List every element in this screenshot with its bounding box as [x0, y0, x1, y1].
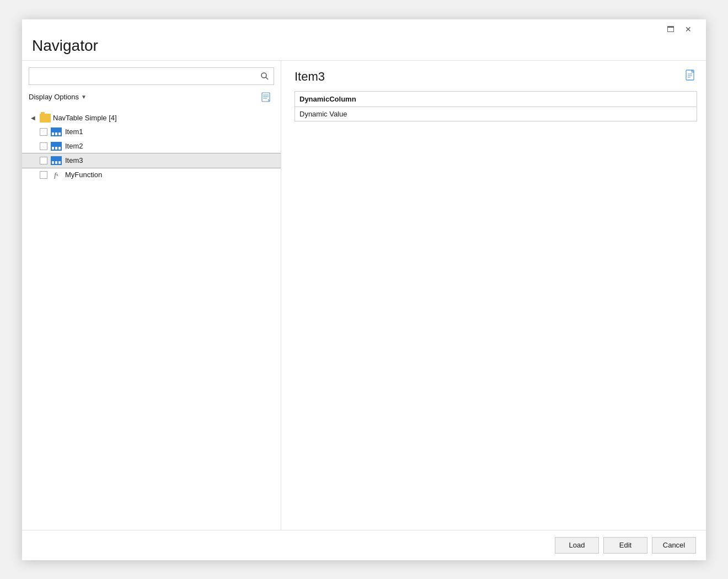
chevron-down-icon: ▼: [81, 94, 87, 100]
preview-icon-button[interactable]: [685, 70, 697, 84]
item3-checkbox[interactable]: [40, 157, 47, 164]
item2-checkbox[interactable]: [40, 142, 47, 150]
load-button[interactable]: Load: [555, 537, 599, 554]
list-item[interactable]: fx MyFunction: [22, 168, 281, 182]
function-icon: fx: [51, 171, 62, 179]
preview-header: Item3: [295, 70, 697, 84]
myfunction-checkbox[interactable]: [40, 171, 47, 179]
table-icon-cell: [58, 142, 61, 146]
preview-table: DynamicColumn Dynamic Value: [295, 91, 697, 121]
close-button[interactable]: ✕: [681, 22, 696, 37]
tree-area: ◀ NavTable Simple [4]: [22, 109, 281, 530]
table-icon-cell: [58, 132, 61, 136]
table-icon-cell: [58, 146, 61, 150]
tree-root-label: NavTable Simple [4]: [53, 114, 117, 122]
tree-children: Item1 Item2: [22, 125, 281, 182]
left-panel: Display Options ▼ ◀: [22, 61, 281, 530]
search-row: [29, 67, 274, 85]
svg-line-1: [266, 77, 268, 79]
preview-title: Item3: [295, 70, 325, 84]
item1-label: Item1: [65, 128, 83, 136]
dialog-footer: Load Edit Cancel: [22, 530, 706, 560]
search-icon: [260, 72, 269, 81]
table-icon-cell: [58, 157, 61, 161]
document-icon: [685, 70, 697, 82]
table-icon-cell: [58, 128, 61, 132]
column-header: DynamicColumn: [295, 91, 697, 107]
list-item[interactable]: Item3: [22, 153, 281, 168]
table-icon: [51, 142, 62, 151]
cancel-button[interactable]: Cancel: [652, 537, 696, 554]
table-icon: [51, 128, 62, 136]
minimize-button[interactable]: 🗖: [663, 22, 678, 37]
table-icon-cell: [58, 161, 61, 164]
title-bar: 🗖 ✕: [22, 19, 706, 37]
navigator-dialog: 🗖 ✕ Navigator Display Options: [22, 19, 706, 560]
item2-label: Item2: [65, 142, 83, 150]
display-options-label: Display Options: [29, 93, 79, 101]
table-icon: [51, 156, 62, 165]
dialog-title: Navigator: [22, 37, 706, 60]
display-options-row: Display Options ▼: [22, 89, 281, 109]
dialog-body: Display Options ▼ ◀: [22, 60, 706, 530]
folder-icon: [40, 114, 51, 123]
myfunction-label: MyFunction: [65, 171, 102, 179]
list-item[interactable]: Item1: [22, 125, 281, 139]
tree-root-node[interactable]: ◀ NavTable Simple [4]: [22, 111, 281, 125]
table-cell: Dynamic Value: [295, 107, 697, 121]
list-item[interactable]: Item2: [22, 139, 281, 153]
svg-point-0: [261, 73, 266, 78]
edit-button[interactable]: Edit: [603, 537, 647, 554]
item3-label: Item3: [65, 156, 83, 164]
item1-checkbox[interactable]: [40, 128, 47, 136]
title-bar-buttons: 🗖 ✕: [663, 22, 696, 37]
refresh-button[interactable]: [259, 89, 274, 105]
right-panel: Item3 DynamicColumn: [281, 61, 706, 530]
table-row: Dynamic Value: [295, 107, 697, 121]
search-input[interactable]: [29, 68, 256, 84]
display-options-button[interactable]: Display Options ▼: [29, 93, 87, 101]
search-button[interactable]: [256, 67, 274, 85]
tree-toggle-icon: ◀: [29, 114, 38, 123]
refresh-icon: [261, 92, 271, 102]
